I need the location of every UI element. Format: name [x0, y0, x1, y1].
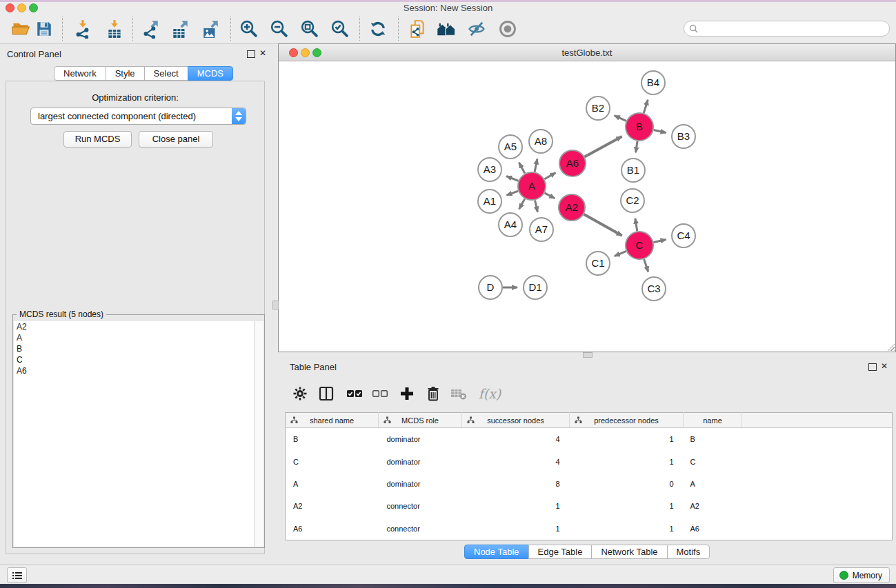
column-header-predecessor-nodes[interactable]: predecessor nodes — [570, 413, 684, 428]
table-panel-close-icon[interactable]: ✕ — [881, 361, 888, 371]
horizontal-splitter-handle[interactable] — [583, 352, 593, 358]
tab-network-table[interactable]: Network Table — [591, 545, 667, 559]
function-builder-button[interactable]: f(x) — [477, 384, 502, 403]
delete-column-button[interactable] — [424, 384, 443, 403]
graph-node[interactable]: D1 — [524, 276, 547, 299]
graph-edge[interactable] — [584, 214, 621, 236]
graph-node[interactable]: D — [479, 276, 502, 299]
tab-edge-table[interactable]: Edge Table — [528, 545, 593, 559]
mcds-result-item[interactable]: A2 — [14, 321, 255, 332]
search-input[interactable] — [701, 22, 883, 35]
optimization-criterion-dropdown[interactable]: largest connected component (directed) — [30, 108, 246, 125]
tab-select[interactable]: Select — [144, 66, 188, 81]
delete-table-button[interactable] — [449, 384, 468, 403]
graph-node[interactable]: A8 — [529, 130, 552, 153]
open-file-button[interactable] — [10, 19, 31, 39]
graph-edge[interactable] — [644, 259, 648, 272]
graph-node[interactable]: A — [518, 172, 546, 200]
graph-node[interactable]: C1 — [586, 252, 610, 275]
network-graph[interactable]: AA1A2A3A4A5A6A7A8BB1B2B3B4CC1C2C3C4DD1 — [279, 61, 894, 351]
graph-node[interactable]: B2 — [586, 97, 610, 120]
graph-edge[interactable] — [506, 191, 518, 195]
export-table-button[interactable] — [170, 19, 190, 39]
table-row[interactable]: A6connector11A6 — [286, 517, 893, 540]
graph-edge[interactable] — [519, 163, 525, 174]
import-table-button[interactable] — [104, 19, 125, 39]
zoom-fit-button[interactable] — [299, 19, 320, 39]
graph-edge[interactable] — [535, 200, 538, 212]
column-header-successor-nodes[interactable]: successor nodes — [462, 413, 570, 428]
mcds-result-item[interactable]: A — [14, 332, 255, 343]
export-image-button[interactable] — [200, 19, 221, 39]
home-layout-button[interactable] — [436, 19, 457, 39]
vertical-splitter-handle[interactable] — [272, 301, 279, 310]
graph-edge[interactable] — [535, 159, 537, 172]
search-field[interactable] — [684, 21, 890, 37]
graph-node[interactable]: B3 — [672, 125, 695, 148]
graph-node[interactable]: A1 — [478, 190, 501, 213]
graph-node[interactable]: A4 — [499, 213, 522, 236]
tab-network[interactable]: Network — [54, 66, 106, 81]
table-row[interactable]: Bdominator41B — [286, 428, 893, 451]
graph-edge[interactable] — [585, 136, 622, 157]
graph-edge[interactable] — [506, 176, 518, 181]
add-column-button[interactable] — [397, 384, 417, 403]
control-panel-close-icon[interactable]: ✕ — [259, 48, 266, 58]
column-header-shared-name[interactable]: shared name — [286, 413, 379, 428]
save-session-button[interactable] — [34, 19, 54, 39]
graph-node[interactable]: B1 — [621, 159, 645, 182]
network-window-titlebar[interactable]: testGlobe.txt — [279, 44, 895, 61]
graph-edge[interactable] — [644, 100, 648, 113]
graph-node[interactable]: C2 — [621, 189, 644, 212]
hide-details-button[interactable] — [466, 19, 487, 39]
zoom-out-button[interactable] — [269, 19, 290, 39]
mcds-result-scrollbar[interactable] — [254, 321, 263, 547]
graph-node[interactable]: B — [626, 113, 653, 141]
import-network-button[interactable] — [72, 19, 93, 39]
graph-node[interactable]: A2 — [559, 194, 585, 221]
graph-node[interactable]: C — [626, 232, 653, 259]
run-mcds-button[interactable]: Run MCDS — [63, 131, 132, 148]
graph-edge[interactable] — [636, 141, 637, 152]
table-row[interactable]: A2connector11A2 — [286, 495, 893, 517]
graph-node[interactable]: C3 — [642, 277, 666, 301]
mcds-result-list[interactable]: A2ABCA6 — [14, 321, 255, 547]
export-network-button[interactable] — [140, 19, 161, 39]
mcds-result-item[interactable]: A6 — [14, 365, 255, 376]
mcds-result-item[interactable]: B — [14, 343, 255, 354]
graph-edge[interactable] — [654, 240, 666, 243]
graph-node[interactable]: A6 — [559, 150, 586, 176]
show-details-button[interactable] — [497, 19, 518, 39]
graph-edge[interactable] — [654, 130, 666, 132]
graph-node[interactable]: B4 — [641, 71, 665, 94]
graph-node[interactable]: A7 — [530, 218, 553, 241]
graph-edge[interactable] — [615, 251, 626, 256]
graph-node[interactable]: A3 — [478, 158, 501, 181]
graph-node[interactable]: C4 — [672, 224, 695, 247]
tab-node-table[interactable]: Node Table — [464, 545, 529, 559]
task-history-button[interactable] — [7, 567, 27, 583]
table-settings-button[interactable] — [290, 384, 310, 403]
table-row[interactable]: Cdominator41C — [286, 451, 893, 473]
tab-style[interactable]: Style — [106, 66, 145, 81]
graph-node[interactable]: A5 — [499, 135, 522, 159]
zoom-selected-button[interactable] — [330, 19, 350, 39]
duplicate-network-button[interactable] — [407, 19, 428, 39]
zoom-in-button[interactable] — [239, 19, 259, 39]
mcds-result-item[interactable]: C — [14, 354, 255, 365]
tab-mcds[interactable]: MCDS — [188, 66, 233, 81]
control-panel-float-icon[interactable] — [247, 50, 255, 58]
select-all-button[interactable] — [345, 384, 364, 403]
column-header-name[interactable]: name — [684, 413, 742, 428]
refresh-button[interactable] — [368, 19, 388, 39]
table-row[interactable]: Adominator80A — [286, 473, 893, 495]
graph-edge[interactable] — [544, 173, 555, 179]
deselect-all-button[interactable] — [370, 384, 390, 403]
graph-edge[interactable] — [615, 116, 626, 121]
graph-edge[interactable] — [545, 193, 555, 199]
toggle-panel-layout-button[interactable] — [317, 384, 336, 403]
graph-edge[interactable] — [635, 219, 637, 232]
graph-edge[interactable] — [519, 199, 525, 209]
tab-motifs[interactable]: Motifs — [667, 545, 710, 559]
column-header-mcds-role[interactable]: MCDS role — [379, 413, 462, 428]
